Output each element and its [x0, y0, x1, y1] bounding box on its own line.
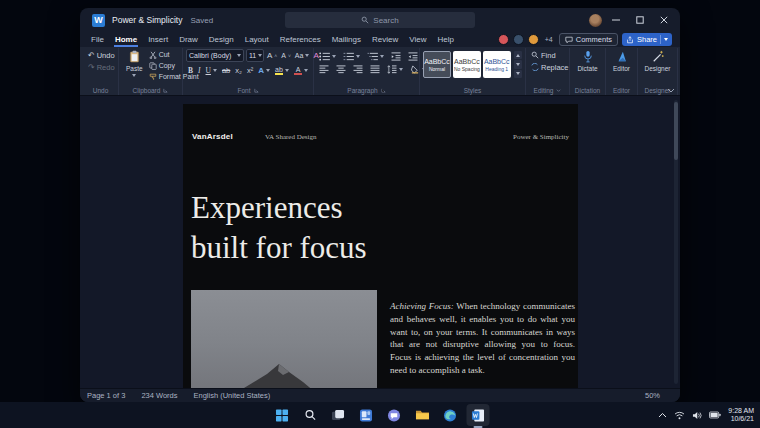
tab-review[interactable]: Review	[371, 32, 399, 47]
collaborator-overflow-count[interactable]: +4	[545, 36, 553, 43]
tab-help[interactable]: Help	[436, 32, 454, 47]
comment-icon	[565, 36, 573, 44]
superscript-button[interactable]: x²	[245, 64, 255, 76]
copy-icon	[149, 62, 157, 70]
user-avatar[interactable]	[589, 14, 602, 27]
align-center-button[interactable]	[334, 64, 348, 74]
close-button[interactable]	[654, 11, 674, 29]
tab-file[interactable]: File	[90, 32, 105, 47]
battery-icon[interactable]	[709, 411, 721, 419]
taskbar-word-button[interactable]	[467, 404, 490, 426]
align-right-button[interactable]	[351, 64, 365, 74]
ribbon-tab-bar: File Home Insert Draw Design Layout Refe…	[80, 32, 680, 47]
minimize-button[interactable]	[606, 11, 626, 29]
tray-overflow-icon[interactable]	[658, 412, 667, 418]
taskbar: 9:28 AM 10/6/21	[0, 402, 760, 428]
search-placeholder: Search	[373, 16, 398, 25]
chat-button[interactable]	[383, 404, 406, 426]
tab-insert[interactable]: Insert	[147, 32, 169, 47]
replace-button[interactable]: Replace	[529, 61, 571, 73]
decrease-indent-button[interactable]	[389, 51, 403, 61]
font-dialog-launcher-icon[interactable]	[254, 88, 259, 93]
taskbar-clock[interactable]: 9:28 AM 10/6/21	[728, 407, 754, 424]
scrollbar-thumb[interactable]	[674, 102, 678, 160]
paragraph-dialog-launcher-icon[interactable]	[381, 88, 386, 93]
header-right-text: Power & Simplicity	[513, 133, 569, 141]
style-card-no-spacing[interactable]: AaBbCc No Spacing	[453, 51, 481, 78]
collaborator-avatar-2[interactable]	[513, 34, 524, 45]
document-page[interactable]: VanArsdel VA Shared Design Power & Simpl…	[183, 104, 578, 388]
edge-button[interactable]	[439, 404, 462, 426]
share-button[interactable]: Share	[622, 33, 672, 46]
tab-layout[interactable]: Layout	[244, 32, 270, 47]
save-status[interactable]: Saved	[190, 16, 213, 25]
change-case-button[interactable]: Aa	[294, 50, 311, 62]
dictation-group-label: Dictation	[575, 87, 600, 94]
search-box[interactable]: Search	[285, 12, 475, 28]
font-family-select[interactable]: Calibri (Body)	[186, 49, 244, 62]
line-spacing-button[interactable]	[385, 64, 405, 74]
tab-home[interactable]: Home	[114, 32, 138, 47]
multilevel-list-button[interactable]	[365, 51, 386, 61]
find-button[interactable]: Find	[529, 49, 558, 61]
collaborator-avatar-1[interactable]	[498, 34, 509, 45]
bullet-list-button[interactable]	[317, 51, 338, 61]
file-explorer-button[interactable]	[411, 404, 434, 426]
editor-icon	[616, 50, 628, 63]
paste-button[interactable]: Paste	[122, 49, 147, 78]
tab-view[interactable]: View	[408, 32, 427, 47]
collapse-ribbon-icon[interactable]	[667, 88, 675, 93]
increase-indent-button[interactable]	[406, 51, 420, 61]
shrink-font-button[interactable]: A˅	[280, 50, 292, 62]
task-view-icon	[332, 409, 345, 421]
styles-gallery-more-button[interactable]	[514, 70, 522, 78]
volume-icon[interactable]	[692, 411, 702, 420]
comments-button[interactable]: Comments	[559, 33, 618, 46]
vertical-scrollbar[interactable]	[674, 100, 678, 384]
subscript-button[interactable]: x₂	[233, 64, 244, 76]
numbered-list-button[interactable]	[341, 51, 362, 61]
italic-button[interactable]: I	[196, 64, 203, 76]
widgets-button[interactable]	[355, 404, 378, 426]
paste-dropdown-icon[interactable]	[132, 74, 136, 77]
share-dropdown-icon[interactable]	[664, 38, 668, 41]
undo-button[interactable]: ↶ Undo	[86, 49, 117, 61]
maximize-button[interactable]	[630, 11, 650, 29]
justify-button[interactable]	[368, 64, 382, 74]
language-indicator[interactable]: English (United States)	[194, 391, 271, 400]
bold-button[interactable]: B	[186, 64, 195, 76]
document-title: Power & Simplicity	[112, 15, 182, 25]
styles-scroll-up-button[interactable]	[514, 51, 522, 59]
styles-scroll-down-button[interactable]	[514, 60, 522, 68]
tab-references[interactable]: References	[279, 32, 322, 47]
zoom-level[interactable]: 50%	[645, 391, 660, 400]
word-count[interactable]: 234 Words	[141, 391, 177, 400]
document-canvas[interactable]: VanArsdel VA Shared Design Power & Simpl…	[80, 96, 680, 388]
start-button[interactable]	[271, 404, 294, 426]
designer-button[interactable]: Designer	[641, 49, 675, 73]
tab-draw[interactable]: Draw	[178, 32, 199, 47]
page-count[interactable]: Page 1 of 3	[87, 391, 125, 400]
font-color-button[interactable]: A	[292, 64, 310, 76]
style-card-normal[interactable]: AaBbCc Normal	[423, 51, 451, 78]
clipboard-dialog-launcher-icon[interactable]	[163, 88, 168, 93]
style-card-heading-1[interactable]: AaBbCc Heading 1	[483, 51, 511, 78]
font-size-select[interactable]: 11	[246, 49, 264, 62]
editing-expand-icon[interactable]	[556, 88, 561, 93]
tab-design[interactable]: Design	[208, 32, 235, 47]
redo-button[interactable]: ↷ Redo	[86, 61, 117, 73]
collaborator-avatar-3[interactable]	[528, 34, 539, 45]
tab-mailings[interactable]: Mailings	[331, 32, 362, 47]
highlight-color-button[interactable]: ab	[273, 64, 291, 76]
grow-font-button[interactable]: A˄	[266, 50, 278, 62]
taskbar-search-button[interactable]	[299, 404, 322, 426]
editor-button[interactable]: Editor	[609, 49, 634, 73]
text-effects-button[interactable]: A	[256, 64, 272, 76]
underline-button[interactable]: U	[204, 64, 219, 76]
strikethrough-button[interactable]: ab	[220, 64, 232, 76]
microphone-icon	[583, 50, 593, 63]
align-left-button[interactable]	[317, 64, 331, 74]
task-view-button[interactable]	[327, 404, 350, 426]
dictate-button[interactable]: Dictate	[573, 49, 601, 73]
wifi-icon[interactable]	[674, 411, 685, 420]
